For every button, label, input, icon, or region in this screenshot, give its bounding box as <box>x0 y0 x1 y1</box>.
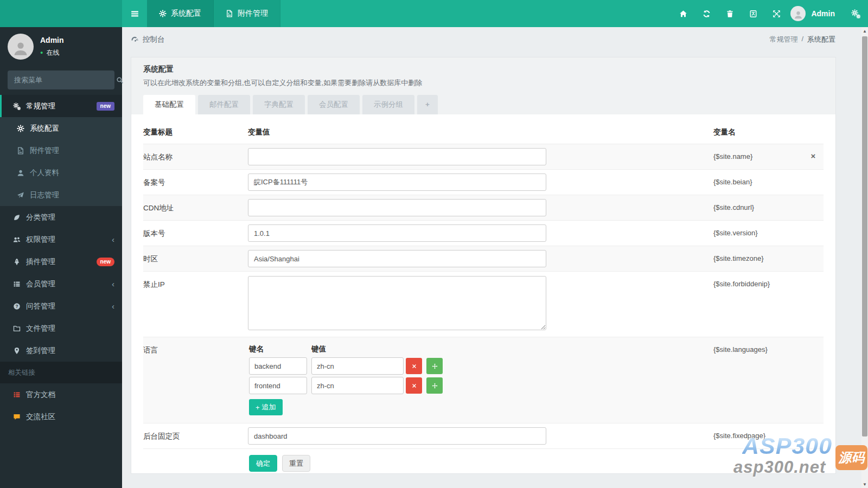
vertical-scrollbar: ▲ ▼ <box>861 27 868 488</box>
home-icon[interactable] <box>679 10 687 18</box>
tab-basic[interactable]: 基础配置 <box>143 95 195 114</box>
reset-button[interactable]: 重置 <box>282 455 310 472</box>
settings-cogs-icon[interactable] <box>851 9 860 18</box>
fullscreen-icon[interactable] <box>773 10 781 18</box>
hamburger-icon <box>130 9 139 18</box>
x-icon <box>411 363 417 369</box>
sidebar-item-auth[interactable]: 权限管理 ‹ <box>0 228 122 251</box>
sidebar-link-docs[interactable]: 官方文档 <box>0 383 122 406</box>
sidebar-item-system-config[interactable]: 系统配置 <box>0 117 122 139</box>
nav-tab-system-config[interactable]: 系统配置 <box>147 0 214 27</box>
sidebar-item-label: 常规管理 <box>26 101 55 111</box>
sidebar-submenu: 系统配置 附件管理 个人资料 日志管理 <box>0 117 122 206</box>
language-value-input[interactable] <box>311 377 404 394</box>
move-arrows-icon <box>432 383 438 389</box>
scrollbar-thumb[interactable] <box>862 36 867 436</box>
breadcrumb-home-label: 控制台 <box>143 35 165 44</box>
cogs-icon <box>13 102 21 110</box>
field-label: 版本号 <box>143 221 248 246</box>
sidebar-item-signin[interactable]: 签到管理 <box>0 339 122 362</box>
sidebar-user-status: ● 在线 <box>40 48 64 57</box>
forbidden-ip-textarea[interactable] <box>248 276 546 330</box>
sidebar-item-logs[interactable]: 日志管理 <box>0 184 122 206</box>
language-key-input[interactable] <box>249 377 307 394</box>
field-label: CDN地址 <box>143 195 248 220</box>
sidebar-item-category[interactable]: 分类管理 <box>0 206 122 228</box>
page-description: 可以在此增改系统的变量和分组,也可以自定义分组和变量,如果需要删除请从数据库中删… <box>143 78 824 88</box>
variable-name: {$site.name} <box>713 144 803 169</box>
sidebar-item-label: 个人资料 <box>30 168 59 178</box>
scroll-up-arrow[interactable]: ▲ <box>861 27 868 35</box>
sidebar-item-general[interactable]: 常规管理 new <box>0 95 122 117</box>
column-header-value: 变量值 <box>248 122 713 144</box>
users-icon <box>13 236 21 243</box>
tab-member[interactable]: 会员配置 <box>308 95 360 114</box>
comment-icon <box>13 413 21 421</box>
username-menu[interactable]: Admin <box>811 9 835 18</box>
sidebar-item-attachment[interactable]: 附件管理 <box>0 139 122 162</box>
beian-input[interactable] <box>248 174 546 191</box>
user-icon <box>17 169 24 177</box>
sidebar-item-qa[interactable]: ? 问答管理 ‹ <box>0 295 122 317</box>
sidebar-item-addon[interactable]: 插件管理 new <box>0 251 122 273</box>
nav-tab-label: 系统配置 <box>171 9 201 18</box>
avatar[interactable] <box>8 34 34 60</box>
move-pair-button[interactable] <box>426 377 443 394</box>
refresh-icon[interactable] <box>703 10 711 18</box>
form-row-version: 版本号 {$site.version} <box>143 220 824 246</box>
sidebar-link-community[interactable]: 交流社区 <box>0 406 122 428</box>
timezone-input[interactable] <box>248 250 546 267</box>
field-label: 备案号 <box>143 170 248 195</box>
tab-email[interactable]: 邮件配置 <box>198 95 250 114</box>
cdn-url-input[interactable] <box>248 199 546 216</box>
sidebar-item-label: 会员管理 <box>26 279 55 289</box>
column-header-title: 变量标题 <box>143 122 248 144</box>
trash-icon[interactable] <box>726 10 734 18</box>
question-circle-icon: ? <box>13 303 21 310</box>
version-input[interactable] <box>248 224 546 242</box>
delete-pair-button[interactable] <box>406 358 422 374</box>
add-group-tab[interactable]: + <box>417 95 438 114</box>
paper-plane-icon <box>17 191 24 199</box>
form-row-fixedpage: 后台固定页 {$site.fixedpage} <box>143 423 824 448</box>
sidebar-item-label: 系统配置 <box>30 124 59 133</box>
breadcrumb-home[interactable]: 控制台 <box>131 35 165 44</box>
sidebar-item-label: 日志管理 <box>30 190 59 200</box>
tab-example-group[interactable]: 示例分组 <box>362 95 414 114</box>
new-badge: new <box>97 102 114 111</box>
search-icon <box>116 76 124 84</box>
field-label: 时区 <box>143 246 248 271</box>
form-row-beian: 备案号 {$site.beian} <box>143 169 824 195</box>
sidebar-item-profile[interactable]: 个人资料 <box>0 162 122 184</box>
brand-logo-area[interactable] <box>0 0 122 27</box>
sidebar-item-members[interactable]: 会员管理 ‹ <box>0 273 122 295</box>
sidebar-item-files[interactable]: 文件管理 <box>0 317 122 339</box>
scroll-down-arrow[interactable]: ▼ <box>861 480 868 488</box>
sidebar-toggle-button[interactable] <box>122 0 147 27</box>
tab-dictionary[interactable]: 字典配置 <box>253 95 305 114</box>
person-icon <box>12 41 29 57</box>
form-row-languages: 语言 键名 键值 <box>143 337 824 423</box>
online-dot-icon: ● <box>40 50 43 55</box>
move-pair-button[interactable] <box>426 358 443 374</box>
nav-tab-attachment[interactable]: 附件管理 <box>214 0 280 27</box>
language-value-input[interactable] <box>311 357 404 375</box>
language-key-input[interactable] <box>249 357 307 375</box>
variable-name: {$site.cdnurl} <box>713 195 803 220</box>
breadcrumb-parent[interactable]: 常规管理 <box>769 35 797 44</box>
delete-pair-button[interactable] <box>406 377 422 394</box>
user-avatar[interactable] <box>790 6 806 21</box>
menu-search-button[interactable] <box>116 70 124 89</box>
append-pair-button[interactable]: + 追加 <box>249 399 283 415</box>
remove-field-icon[interactable]: × <box>811 151 816 160</box>
language-icon[interactable] <box>749 10 757 18</box>
site-name-input[interactable] <box>248 148 546 165</box>
fixed-page-input[interactable] <box>248 427 546 445</box>
map-marker-icon <box>13 347 21 355</box>
sidebar-item-label: 官方文档 <box>26 390 55 400</box>
menu-search-input[interactable] <box>8 76 116 84</box>
submit-button[interactable]: 确定 <box>249 455 277 472</box>
variable-name: {$site.beian} <box>713 170 803 195</box>
svg-text:?: ? <box>15 303 18 309</box>
panel-heading: 系统配置 可以在此增改系统的变量和分组,也可以自定义分组和变量,如果需要删除请从… <box>131 57 835 114</box>
